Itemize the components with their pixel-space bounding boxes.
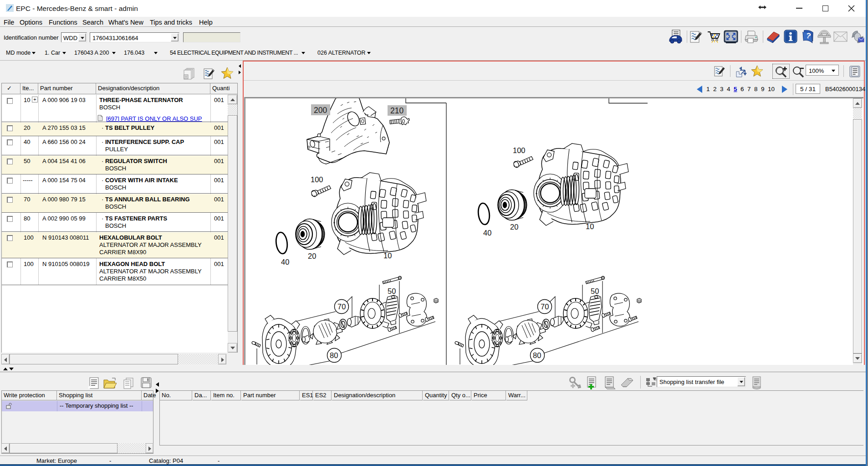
svg-text:200: 200 [314,106,327,115]
svg-text:210: 210 [390,106,403,115]
